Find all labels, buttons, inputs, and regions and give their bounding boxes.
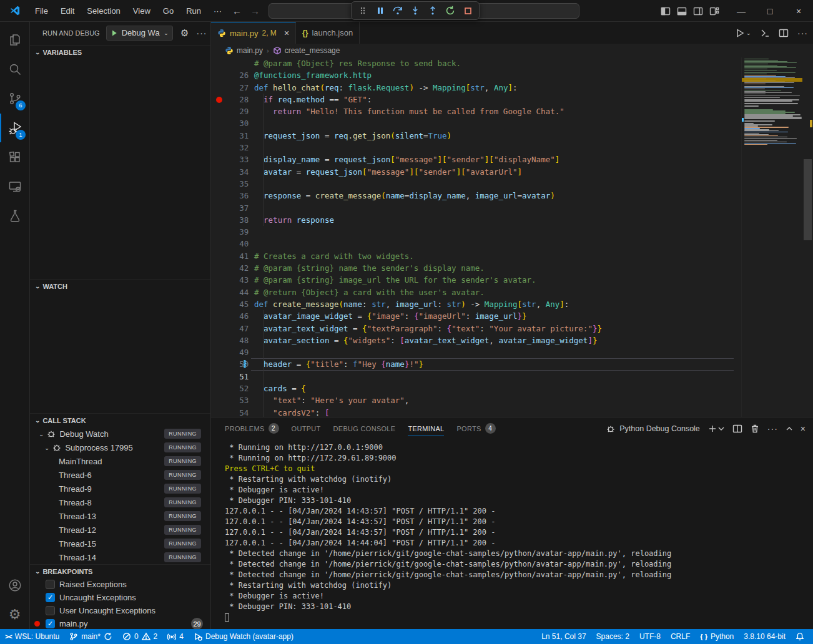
step-into-icon[interactable] <box>408 3 423 18</box>
scrollbar-thumb[interactable] <box>804 159 812 240</box>
panel-tab-terminal[interactable]: TERMINAL <box>402 417 450 439</box>
kill-terminal-icon[interactable] <box>750 424 760 434</box>
line-number[interactable]: 42 <box>211 250 254 262</box>
new-terminal-icon[interactable] <box>707 424 725 434</box>
watch-section-header[interactable]: ⌄ WATCH <box>30 279 210 293</box>
breakpoint-checkbox[interactable]: ✓ <box>46 593 55 602</box>
status-item-debug-alt[interactable]: Debug Watch (avatar-app) <box>189 629 298 644</box>
debug-settings-gear-icon[interactable]: ⚙ <box>180 27 189 39</box>
menu-file[interactable]: File <box>29 4 54 17</box>
minimap[interactable] <box>741 57 802 417</box>
menu-more[interactable]: ··· <box>208 4 227 17</box>
call-stack-row[interactable]: Thread-9 RUNNING <box>30 482 210 495</box>
menu-run[interactable]: Run <box>180 4 207 17</box>
activity-testing[interactable] <box>0 202 29 230</box>
code-line[interactable]: 47 avatar_image_widget = {"image": {"ima… <box>211 310 740 322</box>
breakpoint-glyph-icon[interactable] <box>216 97 222 103</box>
line-number[interactable]: 49 <box>211 334 254 346</box>
code-line[interactable]: 36 <box>211 178 740 190</box>
tab-launch-json[interactable]: {} launch.json <box>296 22 360 44</box>
line-number[interactable]: 33 <box>211 142 254 154</box>
console-selector[interactable]: Python Debug Console <box>606 424 700 434</box>
breadcrumb-item[interactable]: create_message <box>273 46 340 55</box>
menu-go[interactable]: Go <box>157 4 179 17</box>
breakpoint-checkbox[interactable] <box>46 580 55 589</box>
line-number[interactable]: 29 <box>211 94 254 105</box>
breakpoint-row[interactable]: ✓ main.py 29 <box>30 617 210 630</box>
code-line[interactable]: 53 cards = { <box>211 383 740 394</box>
minimize-button[interactable]: — <box>727 0 756 22</box>
status-item-spaces-2[interactable]: Spaces: 2 <box>591 629 634 644</box>
close-panel-icon[interactable]: × <box>801 424 806 434</box>
debug-config-dropdown[interactable]: Debug Wa ⌄ <box>106 26 173 41</box>
drag-handle-icon[interactable] <box>355 3 370 18</box>
status-item-bell[interactable] <box>791 629 809 644</box>
line-number[interactable]: 37 <box>211 190 254 202</box>
code-line[interactable]: 33 <box>211 142 740 154</box>
code-line[interactable]: 26 # @param {Object} res Response to sen… <box>211 57 740 69</box>
line-number[interactable]: 44 <box>211 274 254 286</box>
call-stack-row[interactable]: Thread-15 RUNNING <box>30 537 210 550</box>
close-button[interactable]: × <box>784 0 813 22</box>
panel-tab-problems[interactable]: PROBLEMS 2 <box>219 417 285 439</box>
layout-panel-icon[interactable] <box>677 6 687 16</box>
call-stack-row[interactable]: Thread-12 RUNNING <box>30 523 210 537</box>
call-stack-row[interactable]: Thread-8 RUNNING <box>30 495 210 509</box>
status-item-python[interactable]: { }Python <box>695 629 739 644</box>
activity-remote-explorer[interactable] <box>0 172 29 201</box>
close-tab-icon[interactable]: × <box>284 28 289 38</box>
call-stack-row[interactable]: ⌄ Subprocess 17995 RUNNING <box>30 441 210 454</box>
step-out-icon[interactable] <box>425 3 440 18</box>
line-number[interactable]: 46 <box>211 298 254 310</box>
code-line[interactable]: 35 avatar = request_json["message"]["sen… <box>211 166 740 178</box>
code-line[interactable]: 34 display_name = request_json["message"… <box>211 154 740 165</box>
line-number[interactable]: 52 <box>211 371 254 383</box>
line-number[interactable]: 54 <box>211 394 254 406</box>
code-line[interactable]: 45 # @return {Object} a card with the us… <box>211 286 740 298</box>
code-line[interactable]: 30 return "Hello! This function must be … <box>211 105 740 117</box>
status-item-3-8-10-64-bit[interactable]: 3.8.10 64-bit <box>739 629 791 644</box>
pause-icon[interactable] <box>373 3 388 18</box>
line-number[interactable]: 40 <box>211 226 254 238</box>
sidebar-more-icon[interactable]: ··· <box>196 28 207 38</box>
status-item-ln-51-col-37[interactable]: Ln 51, Col 37 <box>536 629 591 644</box>
breadcrumb-item[interactable]: main.py <box>225 46 263 55</box>
split-editor-icon[interactable] <box>779 28 789 38</box>
terminal-output[interactable]: * Running on http://127.0.0.1:9000 * Run… <box>211 442 809 629</box>
line-number[interactable]: 35 <box>211 166 254 178</box>
editor-more-actions-icon[interactable]: ··· <box>797 27 808 39</box>
line-number[interactable]: 26 <box>211 57 254 69</box>
code-line[interactable]: 46 def create_message(name: str, image_u… <box>211 298 740 310</box>
line-number[interactable]: 39 <box>211 214 254 226</box>
code-line[interactable]: 51 header = {"title": f"Hey {name}!"} <box>211 358 740 370</box>
step-over-icon[interactable] <box>390 3 405 18</box>
activity-settings[interactable]: ⚙ <box>0 600 29 629</box>
line-number[interactable]: 31 <box>211 117 254 129</box>
stop-icon[interactable] <box>460 3 475 18</box>
panel-more-actions-icon[interactable]: ··· <box>767 424 778 434</box>
back-icon[interactable]: ← <box>232 6 242 16</box>
status-item-broadcast[interactable]: 4 <box>162 629 189 644</box>
line-number[interactable]: 51 <box>211 358 254 370</box>
call-stack-row[interactable]: Thread-6 RUNNING <box>30 468 210 482</box>
code-line[interactable]: 48 avatar_text_widget = {"textParagraph"… <box>211 323 740 334</box>
activity-explorer[interactable] <box>0 26 29 54</box>
menu-edit[interactable]: Edit <box>55 4 80 17</box>
code-line[interactable]: 39 return response <box>211 214 740 226</box>
panel-tab-output[interactable]: OUTPUT <box>285 417 327 439</box>
code-line[interactable]: 52 <box>211 371 740 383</box>
call-stack-row[interactable]: Thread-14 RUNNING <box>30 550 210 564</box>
status-item-utf-8[interactable]: UTF-8 <box>634 629 666 644</box>
layout-sidebar-icon[interactable] <box>661 6 671 16</box>
panel-tab-ports[interactable]: PORTS 4 <box>450 417 501 439</box>
line-number[interactable]: 32 <box>211 130 254 142</box>
forward-icon[interactable]: → <box>250 6 260 16</box>
line-number[interactable]: 43 <box>211 262 254 274</box>
status-item-remote[interactable]: ><WSL: Ubuntu <box>0 629 64 644</box>
code-line[interactable]: 27 @functions_framework.http <box>211 69 740 81</box>
code-line[interactable]: 44 # @param {string} image_url the URL f… <box>211 274 740 286</box>
maximize-panel-icon[interactable] <box>786 425 793 432</box>
line-number[interactable]: 34 <box>211 154 254 165</box>
breakpoints-section-header[interactable]: ⌄ BREAKPOINTS <box>30 564 210 578</box>
menu-selection[interactable]: Selection <box>81 4 126 17</box>
